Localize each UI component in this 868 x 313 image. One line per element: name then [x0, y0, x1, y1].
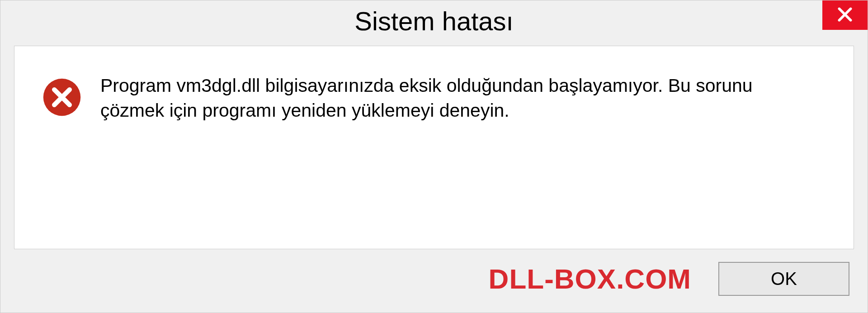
close-icon: [836, 6, 854, 25]
error-icon: [42, 77, 82, 118]
ok-button-label: OK: [771, 269, 797, 289]
dialog-footer: DLL-BOX.COM OK: [0, 254, 868, 313]
dialog-title: Sistem hatası: [354, 6, 513, 36]
ok-button[interactable]: OK: [718, 262, 849, 296]
titlebar: Sistem hatası: [0, 0, 868, 41]
watermark-text: DLL-BOX.COM: [489, 263, 691, 295]
error-message: Program vm3dgl.dll bilgisayarınızda eksi…: [100, 73, 831, 123]
close-button[interactable]: [822, 0, 868, 30]
content-panel: Program vm3dgl.dll bilgisayarınızda eksi…: [14, 46, 854, 249]
error-dialog-window: Sistem hatası Program vm3dgl.dll bilgisa…: [0, 0, 868, 313]
